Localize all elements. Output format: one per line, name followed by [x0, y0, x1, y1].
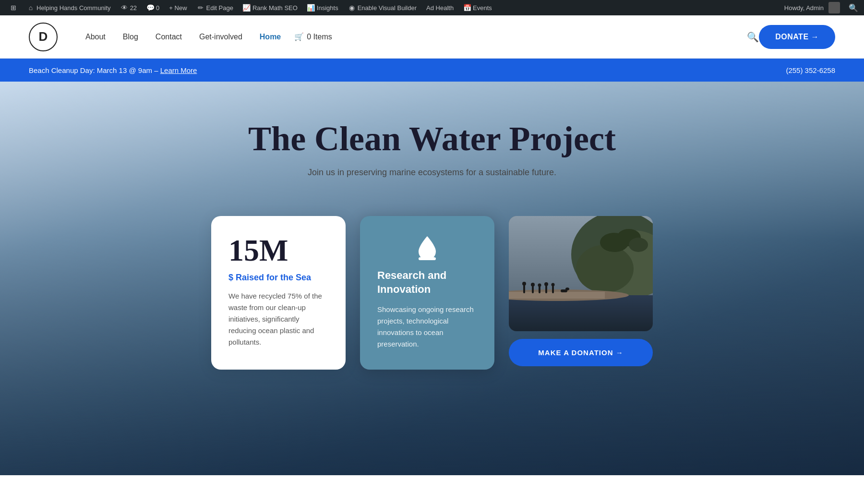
admin-bar: ⊞ ⌂ Helping Hands Community 👁 22 💬 0 + N… [0, 0, 864, 15]
chart-icon: 📈 [243, 4, 251, 12]
svg-rect-13 [532, 286, 534, 293]
nav-links: About Blog Contact Get-involved Home 🛒 0… [77, 32, 740, 41]
nav-item-get-involved[interactable]: Get-involved [191, 33, 251, 41]
svg-point-22 [565, 288, 569, 290]
stat-description: We have recycled 75% of the waste from o… [228, 290, 328, 348]
comments-link[interactable]: 👁 22 [117, 0, 141, 15]
nav-link-home[interactable]: Home [251, 33, 289, 41]
nav-link-blog[interactable]: Blog [114, 33, 147, 41]
nav-item-home[interactable]: Home [251, 33, 289, 41]
calendar-icon: 📅 [463, 4, 471, 12]
research-card: Research and Innovation Showcasing ongoi… [360, 216, 494, 370]
events[interactable]: 📅 Events [459, 0, 496, 15]
image-card: MAKE A DONATION → [509, 216, 653, 366]
water-drop-icon [377, 235, 477, 261]
donate-button[interactable]: DONATE → [759, 25, 835, 49]
announcement-banner: Beach Cleanup Day: March 13 @ 9am – Lear… [0, 59, 864, 82]
comment-icon: 💬 [146, 4, 154, 12]
pending-comments[interactable]: 💬 0 [143, 0, 163, 15]
insights[interactable]: 📊 Insights [303, 0, 342, 15]
edit-icon: ✏ [197, 4, 204, 12]
nav-search-icon[interactable]: 🔍 [747, 31, 759, 43]
bar-icon: 📊 [307, 4, 315, 12]
howdy-label: Howdy, Admin [784, 4, 824, 12]
home-icon: ⌂ [27, 4, 35, 12]
svg-rect-0 [419, 257, 436, 260]
beach-scene [509, 216, 653, 331]
ad-health[interactable]: Ad Health [422, 0, 457, 15]
svg-point-16 [538, 284, 541, 287]
wp-logo[interactable]: ⊞ [6, 0, 21, 15]
rank-math[interactable]: 📈 Rank Math SEO [239, 0, 301, 15]
search-icon[interactable]: 🔍 [849, 3, 858, 12]
hero-subtitle: Join us in preserving marine ecosystems … [248, 168, 616, 178]
new-content[interactable]: + New [165, 0, 191, 15]
divi-icon: ◉ [348, 4, 356, 12]
beach-image [509, 216, 653, 331]
hero-content: The Clean Water Project Join us in prese… [229, 120, 635, 206]
main-nav: D About Blog Contact Get-involved Home 🛒… [0, 15, 864, 59]
stat-label: $ Raised for the Sea [228, 273, 328, 283]
research-body: Showcasing ongoing research projects, te… [377, 304, 477, 350]
enable-visual-builder[interactable]: ◉ Enable Visual Builder [344, 0, 420, 15]
site-name[interactable]: ⌂ Helping Hands Community [23, 0, 115, 15]
research-title: Research and Innovation [377, 269, 477, 296]
banner-text: Beach Cleanup Day: March 13 @ 9am – Lear… [29, 66, 197, 74]
admin-avatar [828, 2, 840, 13]
svg-point-18 [544, 282, 548, 286]
eye-icon: 👁 [120, 4, 128, 12]
svg-point-12 [522, 282, 526, 286]
svg-rect-15 [539, 286, 540, 293]
nav-link-contact[interactable]: Contact [147, 33, 191, 41]
nav-cart[interactable]: 🛒 0 Items [289, 32, 332, 41]
site-logo[interactable]: D [29, 23, 58, 51]
svg-point-20 [552, 283, 555, 287]
hero-section: The Clean Water Project Join us in prese… [0, 82, 864, 475]
stat-number: 15M [228, 235, 328, 266]
banner-learn-more[interactable]: Learn More [160, 66, 197, 74]
nav-link-about[interactable]: About [77, 33, 114, 41]
cart-count: 0 Items [307, 33, 332, 41]
nav-item-contact[interactable]: Contact [147, 33, 191, 41]
nav-link-get-involved[interactable]: Get-involved [191, 33, 251, 41]
svg-rect-11 [523, 285, 525, 293]
nav-item-blog[interactable]: Blog [114, 33, 147, 41]
svg-rect-10 [509, 292, 605, 299]
svg-point-4 [576, 245, 634, 293]
svg-rect-19 [552, 286, 554, 293]
hero-title: The Clean Water Project [248, 120, 616, 158]
admin-right: Howdy, Admin 🔍 [784, 2, 858, 13]
cart-icon: 🛒 [294, 32, 304, 41]
banner-phone: (255) 352-6258 [786, 66, 835, 74]
svg-rect-17 [545, 285, 547, 293]
wp-icon: ⊞ [10, 4, 17, 12]
edit-page[interactable]: ✏ Edit Page [193, 0, 237, 15]
svg-point-14 [531, 283, 535, 287]
svg-point-7 [629, 238, 648, 252]
nav-item-about[interactable]: About [77, 33, 114, 41]
cards-row: 15M $ Raised for the Sea We have recycle… [192, 216, 672, 370]
make-donation-button[interactable]: MAKE A DONATION → [509, 339, 653, 366]
stats-card: 15M $ Raised for the Sea We have recycle… [211, 216, 346, 370]
